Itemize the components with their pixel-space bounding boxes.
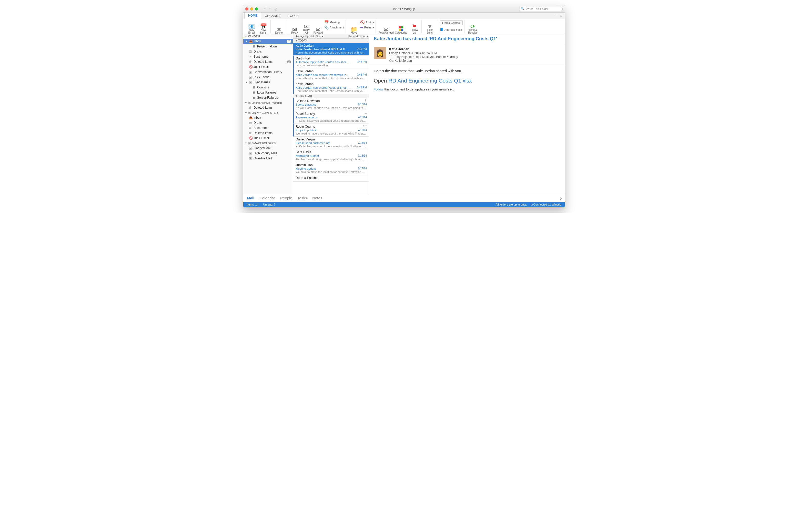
junk-button[interactable]: 🚫Junk ▾ — [360, 20, 374, 24]
new-items-button[interactable]: 📅New Items — [258, 20, 269, 34]
reading-follow-line: Follow this document to get updates in y… — [374, 88, 560, 91]
zoom-window-button[interactable] — [255, 7, 258, 11]
forward-button[interactable]: ✉Forward — [312, 20, 324, 34]
filter-email-button[interactable]: ▼Filter Email — [424, 20, 436, 34]
message-subject: Expense reports — [296, 116, 349, 119]
move-button[interactable]: 📁Move — [348, 20, 360, 34]
funnel-icon: ▼ — [427, 25, 433, 28]
message-item[interactable]: ⬇Belinda NewmanSports statistics7/18/14D… — [293, 98, 369, 111]
message-item[interactable]: Garret VargasPlease send customer info7/… — [293, 137, 369, 149]
message-preview: We have to move the location for our nex… — [296, 170, 366, 173]
nav-calendar[interactable]: Calendar — [259, 196, 275, 200]
sidebar-item[interactable]: ✉Sent Items — [243, 54, 293, 59]
close-window-button[interactable] — [245, 7, 249, 11]
reply-icon: ✉ — [292, 28, 297, 31]
print-icon[interactable]: ⎙ — [275, 7, 277, 11]
sidebar-item[interactable]: ▣Local Failures — [243, 90, 293, 95]
sidebar-section-header[interactable]: ▼▣ON MY COMPUTER — [243, 110, 293, 115]
sidebar-item[interactable]: 🚫Junk Email — [243, 64, 293, 70]
message-item[interactable]: Dorena Paschke — [293, 175, 369, 182]
sidebar-item[interactable]: ▤Drafts — [243, 49, 293, 54]
sidebar-item[interactable]: ▼📥Inbox7 — [243, 39, 293, 44]
folder-icon: ▣ — [249, 70, 253, 74]
find-contact-input[interactable]: Find a Contact — [440, 20, 463, 25]
message-preview: Hi Katie, Have you submitted your expens… — [296, 119, 366, 122]
message-group-header[interactable]: ▼ THIS YEAR — [293, 94, 369, 98]
message-item[interactable]: Junmin HaoMeeting update7/17/14We have t… — [293, 162, 369, 175]
minimize-window-button[interactable] — [250, 7, 253, 11]
sidebar-item[interactable]: ▣Server Failures — [243, 95, 293, 100]
search-input[interactable] — [519, 7, 563, 11]
sidebar-item[interactable]: 🚫Junk E-mail — [243, 136, 293, 141]
sidebar-item[interactable]: ▣Project Falcon — [243, 44, 293, 49]
message-item[interactable]: Katie JordanKatie Jordan has shared 'RD … — [293, 43, 369, 56]
redo-icon[interactable]: ↷ — [269, 7, 272, 11]
nav-notes[interactable]: Notes — [312, 196, 322, 200]
feedback-icon[interactable]: ☺ — [559, 14, 563, 18]
meeting-button[interactable]: 📅Meeting — [324, 20, 344, 24]
send-receive-button[interactable]: ⟳Send & Receive — [467, 20, 478, 34]
categorize-button[interactable]: Categorize — [394, 20, 408, 34]
attachment-button[interactable]: 📎Attachment — [324, 25, 344, 30]
sidebar-item[interactable]: ✉Sent Items — [243, 125, 293, 130]
message-item[interactable]: !↩Robin CountsProject update?7/18/14We n… — [293, 124, 369, 137]
message-item[interactable]: Katie JordanKatie Jordan has shared 'Pro… — [293, 69, 369, 81]
rules-button[interactable]: ↩Rules ▾ — [360, 25, 374, 30]
reply-all-button[interactable]: ✉Reply All — [301, 20, 312, 34]
message-subject: Katie Jordan has shared 'Audit of Small … — [296, 86, 349, 89]
collapse-ribbon-icon[interactable]: ⌃ — [554, 14, 557, 18]
sidebar-item[interactable]: ▣Flagged Mail — [243, 146, 293, 151]
trash-icon: 🗑 — [249, 131, 253, 135]
message-item[interactable]: ↩Pavel BanskyExpense reports7/18/14Hi Ka… — [293, 111, 369, 124]
sidebar-item[interactable]: ▣Conversation History — [243, 70, 293, 75]
message-item[interactable]: Sara DavisNorthwind Budget7/18/14The Nor… — [293, 149, 369, 162]
sidebar-item[interactable]: ▣RSS Feeds — [243, 75, 293, 80]
follow-up-button[interactable]: ⚑Follow Up — [409, 20, 420, 34]
sidebar-item[interactable]: ▼▣Sync Issues — [243, 80, 293, 85]
nav-expand-icon[interactable]: ❯ — [559, 196, 562, 200]
undo-icon[interactable]: ↶ — [263, 7, 267, 11]
delete-button[interactable]: ✖Delete — [273, 20, 284, 34]
sidebar-item[interactable]: ▣Overdue Mail — [243, 156, 293, 161]
message-item[interactable]: Katie JordanKatie Jordan has shared 'Aud… — [293, 81, 369, 94]
message-subject: Project update? — [296, 129, 349, 132]
nav-people[interactable]: People — [280, 196, 292, 200]
reading-document-link[interactable]: RD And Engineering Costs Q1.xlsx — [388, 78, 472, 83]
tab-tools[interactable]: TOOLS — [284, 13, 302, 19]
message-time: 7/18/14 — [358, 141, 367, 144]
message-item[interactable]: Garth FortAutomatic reply: Katie Jordan … — [293, 56, 369, 69]
window-title: Inbox • Wingtip — [243, 7, 565, 11]
new-email-button[interactable]: 📧New Email — [246, 20, 257, 34]
sidebar-item[interactable]: ▣High Priority Mail — [243, 151, 293, 156]
read-unread-button[interactable]: ✉Read/Unread — [378, 20, 394, 34]
sidebar-item-label: Conflicts — [257, 86, 269, 89]
sidebar-item[interactable]: ▤Drafts — [243, 120, 293, 125]
flag-icon: ⚑ — [412, 25, 417, 28]
replied-icon: ↩ — [365, 125, 367, 128]
sidebar-item-label: Inbox — [254, 39, 261, 43]
folder-icon: ▣ — [253, 86, 256, 89]
message-time: 7/17/14 — [358, 167, 367, 170]
sidebar-item[interactable]: 📥Inbox — [243, 115, 293, 120]
sidebar-item[interactable]: 🗑Deleted Items — [243, 105, 293, 110]
sidebar-item[interactable]: 🗑Deleted Items — [243, 130, 293, 136]
sidebar-section-header[interactable]: ▼▣SMART FOLDERS — [243, 141, 293, 146]
message-subject: Katie Jordan has shared 'Proseware Proje… — [296, 73, 349, 76]
tab-home[interactable]: HOME — [244, 12, 261, 19]
nav-mail[interactable]: Mail — [247, 196, 254, 200]
inbox-icon: 📥 — [249, 116, 253, 119]
message-from: Belinda Newman — [296, 99, 367, 103]
sort-order-button[interactable]: Newest on Top ▾ — [348, 35, 369, 38]
arrange-by-button[interactable]: Arrange By: Date Sent ▸ — [293, 35, 348, 38]
main-panes: ▼WINGTIP▼📥Inbox7▣Project Falcon▤Drafts✉S… — [243, 34, 565, 194]
sidebar-item[interactable]: ▣Conflicts — [243, 85, 293, 90]
sidebar-section-header[interactable]: ▼WINGTIP — [243, 34, 293, 39]
nav-tasks[interactable]: Tasks — [297, 196, 307, 200]
address-book-button[interactable]: 📘Address Book — [440, 28, 463, 31]
message-group-header[interactable]: ▼ TODAY — [293, 39, 369, 43]
tab-organize[interactable]: ORGANIZE — [261, 13, 284, 19]
reply-button[interactable]: ✉Reply — [289, 20, 300, 34]
reading-follow-link[interactable]: Follow — [374, 88, 384, 91]
sidebar-item[interactable]: 🗑Deleted Items3 — [243, 59, 293, 64]
sidebar-section-header[interactable]: ▼▣Online Archive - Wingtip — [243, 100, 293, 105]
